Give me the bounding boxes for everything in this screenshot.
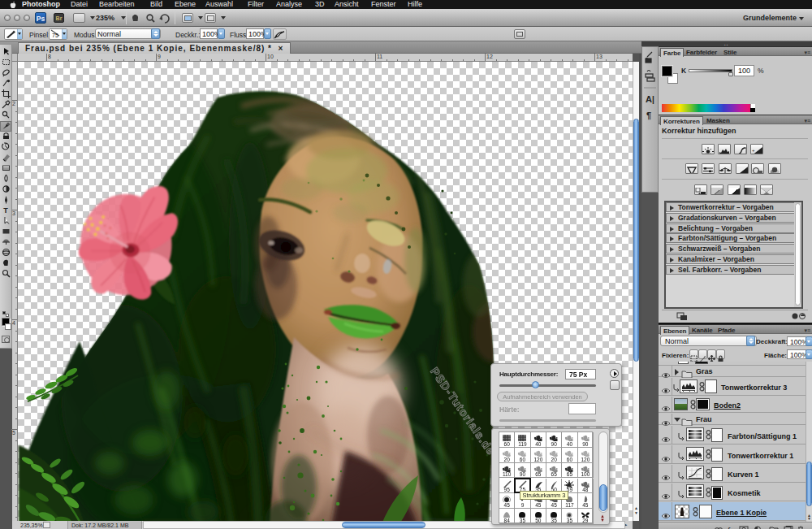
svg-text:+: +	[752, 148, 755, 153]
svg-text:fx.: fx.	[728, 527, 735, 529]
svg-text:¶: ¶	[646, 111, 651, 120]
svg-text:A|: A|	[646, 94, 654, 104]
